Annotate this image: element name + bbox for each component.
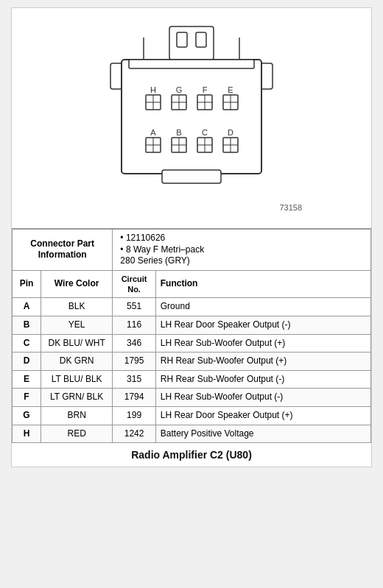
svg-text:H: H: [150, 85, 156, 94]
part-numbers-cell: • 12110626 • 8 Way F Metri–pack 280 Seri…: [113, 230, 371, 271]
cell-pin: F: [13, 389, 41, 407]
cell-function: Battery Positive Voltage: [155, 425, 370, 443]
table-row: BYEL116LH Rear Door Speaker Output (-): [13, 316, 371, 334]
cell-function: LH Rear Door Speaker Output (+): [155, 406, 370, 425]
main-container: H G F E A B C D: [11, 7, 372, 467]
cell-circuit-no: 1794: [113, 389, 155, 407]
cell-circuit-no: 551: [113, 298, 155, 316]
connector-diagram: H G F E A B C D: [66, 19, 317, 218]
cell-wire-color: LT GRN/ BLK: [41, 389, 112, 407]
svg-text:G: G: [176, 85, 183, 94]
series-label: 280 Series (GRY): [120, 255, 189, 266]
function-col-header: Function: [155, 270, 370, 298]
svg-rect-9: [122, 60, 261, 174]
part-number: • 12110626: [120, 233, 165, 243]
pin-col-header: Pin: [13, 270, 41, 298]
cell-pin: D: [13, 353, 41, 371]
cell-wire-color: DK BLU/ WHT: [41, 334, 112, 353]
caption: Radio Amplifier C2 (U80): [12, 443, 371, 467]
cell-wire-color: DK GRN: [41, 353, 112, 371]
svg-text:D: D: [228, 128, 233, 137]
table-row: ELT BLU/ BLK315RH Rear Sub-Woofer Output…: [13, 370, 371, 389]
circuit-col-header: Circuit No.: [113, 270, 155, 298]
table-row: GBRN199LH Rear Door Speaker Output (+): [13, 406, 371, 425]
diagram-area: H G F E A B C D: [12, 8, 371, 229]
connector-part-info-label: Connector Part Information: [13, 230, 113, 271]
cell-pin: G: [13, 406, 41, 425]
cell-wire-color: BLK: [41, 298, 112, 316]
cell-circuit-no: 116: [113, 316, 155, 334]
cell-circuit-no: 346: [113, 334, 155, 353]
table-row: HRED1242Battery Positive Voltage: [13, 425, 371, 443]
ref-number: 73158: [279, 203, 302, 212]
connector-table: Connector Part Information • 12110626 • …: [12, 229, 371, 443]
connector-info-text: Connector Part Information: [30, 238, 94, 261]
table-row: DDK GRN1795RH Rear Sub-Woofer Output (+): [13, 353, 371, 371]
cell-function: LH Rear Sub-Woofer Output (+): [155, 334, 370, 353]
wire-col-header: Wire Color: [41, 270, 112, 298]
cell-wire-color: LT BLU/ BLK: [41, 370, 112, 389]
svg-text:F: F: [203, 85, 208, 94]
svg-text:E: E: [228, 85, 233, 94]
cell-function: LH Rear Sub-Woofer Output (-): [155, 389, 370, 407]
svg-rect-11: [162, 170, 221, 183]
svg-text:C: C: [202, 128, 208, 137]
svg-rect-6: [196, 32, 206, 47]
svg-text:B: B: [176, 128, 181, 137]
table-body: ABLK551GroundBYEL116LH Rear Door Speaker…: [13, 298, 371, 443]
cell-pin: A: [13, 298, 41, 316]
cell-function: RH Rear Sub-Woofer Output (+): [155, 353, 370, 371]
table-row: ABLK551Ground: [13, 298, 371, 316]
way-label: • 8 Way F Metri–pack: [120, 244, 204, 255]
svg-rect-4: [169, 26, 214, 60]
cell-circuit-no: 1242: [113, 425, 155, 443]
cell-circuit-no: 1795: [113, 353, 155, 371]
table-row: FLT GRN/ BLK1794LH Rear Sub-Woofer Outpu…: [13, 389, 371, 407]
cell-pin: C: [13, 334, 41, 353]
cell-function: Ground: [155, 298, 370, 316]
cell-function: RH Rear Sub-Woofer Output (-): [155, 370, 370, 389]
cell-wire-color: RED: [41, 425, 112, 443]
svg-rect-5: [177, 32, 187, 47]
cell-circuit-no: 315: [113, 370, 155, 389]
table-container: Connector Part Information • 12110626 • …: [12, 229, 371, 443]
cell-function: LH Rear Door Speaker Output (-): [155, 316, 370, 334]
cell-pin: B: [13, 316, 41, 334]
svg-rect-10: [129, 60, 254, 68]
cell-circuit-no: 199: [113, 406, 155, 425]
cell-pin: E: [13, 370, 41, 389]
cell-wire-color: BRN: [41, 406, 112, 425]
cell-wire-color: YEL: [41, 316, 112, 334]
svg-text:A: A: [150, 128, 156, 137]
cell-pin: H: [13, 425, 41, 443]
table-row: CDK BLU/ WHT346LH Rear Sub-Woofer Output…: [13, 334, 371, 353]
